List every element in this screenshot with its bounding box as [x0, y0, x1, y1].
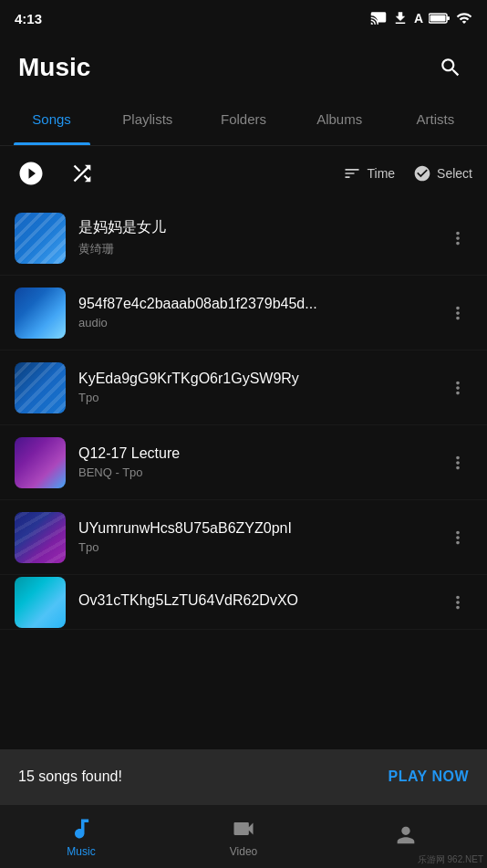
song-menu-button[interactable]: [443, 448, 472, 477]
tab-artists[interactable]: Artists: [388, 98, 483, 145]
song-title: Q12-17 Lecture: [78, 445, 443, 462]
a-icon: A: [414, 11, 423, 26]
play-all-button[interactable]: [15, 157, 47, 190]
song-list: 是妈妈是女儿 黄绮珊 954f87e4c2baaab08ab1f2379b45d…: [0, 201, 487, 630]
song-title: 954f87e4c2baaab08ab1f2379b45d...: [78, 296, 443, 312]
shuffle-button[interactable]: [66, 157, 98, 190]
song-info: Q12-17 Lecture BENQ - Tpo: [78, 445, 443, 479]
select-label: Select: [437, 166, 472, 181]
status-bar: 4:13 A: [0, 0, 487, 37]
status-time: 4:13: [15, 11, 42, 26]
song-info: Ov31cTKhg5LzTU64VdR62DvXO: [78, 592, 443, 612]
song-title: 是妈妈是女儿: [78, 218, 443, 237]
content-area: 是妈妈是女儿 黄绮珊 954f87e4c2baaab08ab1f2379b45d…: [0, 201, 487, 804]
list-item[interactable]: 954f87e4c2baaab08ab1f2379b45d... audio: [0, 276, 487, 350]
wifi-icon: [456, 10, 472, 26]
album-art: [15, 288, 66, 339]
song-menu-button[interactable]: [443, 588, 472, 617]
play-now-button[interactable]: PLAY NOW: [389, 769, 469, 785]
song-info: 954f87e4c2baaab08ab1f2379b45d... audio: [78, 296, 443, 329]
video-nav-label: Video: [230, 845, 257, 858]
more-vert-icon: [448, 453, 468, 473]
nav-item-video[interactable]: Video: [162, 805, 325, 868]
tab-bar: Songs Playlists Folders Albums Artists: [0, 99, 487, 146]
bottom-nav: Music Video: [0, 804, 487, 868]
list-item[interactable]: Ov31cTKhg5LzTU64VdR62DvXO: [0, 575, 487, 630]
video-nav-icon: [231, 816, 256, 842]
select-icon: [413, 164, 431, 183]
song-menu-button[interactable]: [443, 523, 472, 552]
toolbar: Time Select: [0, 146, 487, 201]
tab-songs[interactable]: Songs: [4, 98, 99, 145]
more-nav-icon: [393, 822, 419, 848]
notification-text: 15 songs found!: [18, 769, 122, 785]
song-menu-button[interactable]: [443, 373, 472, 403]
app-title: Music: [18, 53, 90, 82]
more-vert-icon: [448, 528, 468, 548]
list-item[interactable]: Q12-17 Lecture BENQ - Tpo: [0, 425, 487, 500]
battery-icon: [429, 10, 451, 26]
sort-icon: [343, 164, 361, 183]
shuffle-icon: [69, 161, 95, 186]
song-info: 是妈妈是女儿 黄绮珊: [78, 218, 443, 257]
toolbar-left: [15, 157, 343, 190]
song-info: KyEda9gG9KrTKgO6r1GySW9Ry Tpo: [78, 371, 443, 404]
album-art: [15, 512, 66, 563]
notification-bar: 15 songs found! PLAY NOW: [0, 749, 487, 804]
sort-label: Time: [367, 166, 395, 181]
status-icons: A: [370, 10, 472, 26]
song-title: Ov31cTKhg5LzTU64VdR62DvXO: [78, 592, 443, 609]
song-info: UYumrunwHcs8U75aB6ZYZ0pnI Tpo: [78, 520, 443, 554]
select-button[interactable]: Select: [413, 164, 472, 183]
song-artist: Tpo: [78, 391, 443, 404]
song-artist: Tpo: [78, 540, 443, 554]
svg-rect-2: [447, 16, 450, 20]
app-header: Music: [0, 37, 487, 99]
song-title: KyEda9gG9KrTKgO6r1GySW9Ry: [78, 371, 443, 387]
song-menu-button[interactable]: [443, 298, 472, 328]
more-vert-icon: [448, 303, 468, 323]
album-art: [15, 213, 66, 264]
album-art: [15, 362, 66, 413]
song-title: UYumrunwHcs8U75aB6ZYZ0pnI: [78, 520, 443, 537]
svg-rect-1: [430, 16, 446, 22]
tab-folders[interactable]: Folders: [195, 98, 291, 145]
more-vert-icon: [448, 378, 468, 398]
song-artist: audio: [78, 316, 443, 329]
list-item[interactable]: UYumrunwHcs8U75aB6ZYZ0pnI Tpo: [0, 500, 487, 575]
tab-playlists[interactable]: Playlists: [99, 98, 195, 145]
list-item[interactable]: 是妈妈是女儿 黄绮珊: [0, 201, 487, 276]
watermark: 乐游网 962.NET: [418, 853, 483, 866]
tab-albums[interactable]: Albums: [292, 98, 388, 145]
song-menu-button[interactable]: [443, 224, 472, 253]
list-item[interactable]: KyEda9gG9KrTKgO6r1GySW9Ry Tpo: [0, 350, 487, 425]
music-nav-icon: [68, 816, 94, 842]
song-artist: BENQ - Tpo: [78, 465, 443, 479]
toolbar-right: Time Select: [343, 164, 472, 183]
play-circle-icon: [17, 160, 45, 187]
song-artist: 黄绮珊: [78, 241, 443, 257]
nav-item-music[interactable]: Music: [0, 805, 162, 868]
download-icon: [392, 10, 409, 26]
sort-button[interactable]: Time: [343, 164, 395, 183]
album-art: [15, 577, 66, 628]
cast-icon: [370, 10, 387, 26]
more-vert-icon: [448, 228, 468, 248]
music-nav-label: Music: [67, 845, 95, 858]
album-art: [15, 437, 66, 488]
search-button[interactable]: [432, 49, 469, 86]
search-icon: [439, 56, 462, 79]
more-vert-icon: [448, 592, 468, 612]
